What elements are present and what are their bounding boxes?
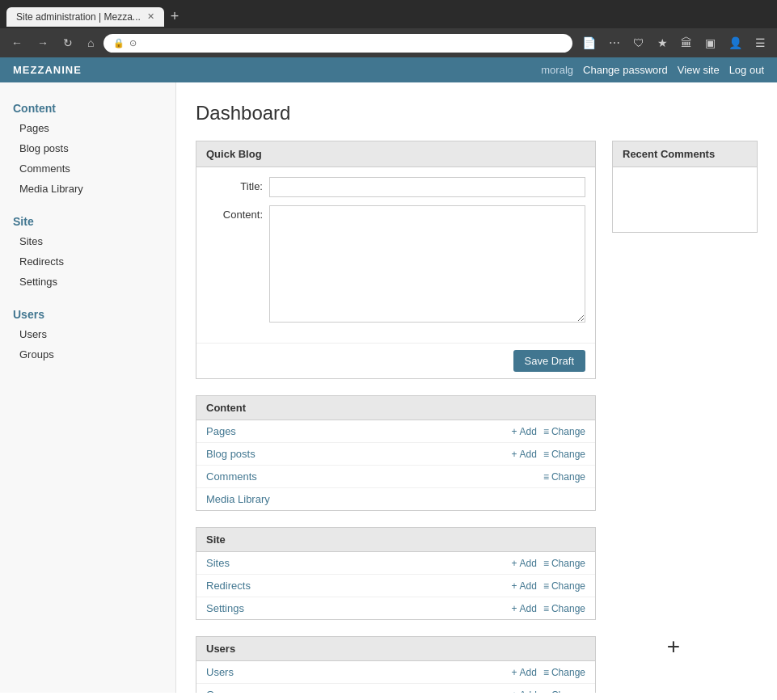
sidebar: Content Pages Blog posts Comments Media … (0, 82, 176, 693)
users-add-link[interactable]: + Add (512, 667, 537, 678)
users-link[interactable]: Users (206, 666, 234, 678)
sites-change-link[interactable]: ≡ Change (543, 558, 585, 569)
groups-link[interactable]: Groups (206, 689, 241, 693)
top-bar-actions: moralg Change password View site Log out (541, 64, 764, 76)
groups-add-link[interactable]: + Add (512, 689, 537, 694)
sidebar-item-groups[interactable]: Groups (0, 344, 175, 365)
list-icon: ≡ (543, 426, 549, 437)
plus-icon: + (512, 558, 517, 569)
sidebar-item-sites[interactable]: Sites (0, 231, 175, 251)
library-button[interactable]: 🏛 (676, 33, 697, 53)
content-section-header: Content (196, 396, 595, 420)
table-row: Blog posts + Add ≡ Change (196, 443, 595, 466)
settings-link[interactable]: Settings (206, 602, 244, 614)
pages-link[interactable]: Pages (206, 425, 236, 437)
refresh-button[interactable]: ↻ (58, 33, 78, 53)
recent-comments-widget: Recent Comments (612, 141, 758, 233)
plus-icon: + (512, 449, 517, 460)
profile-button[interactable]: 👤 (724, 33, 747, 53)
list-icon: ≡ (543, 471, 549, 483)
recent-comments-header: Recent Comments (613, 141, 757, 167)
plus-icon: + (512, 580, 517, 592)
url-lock: ⊙ (129, 38, 137, 48)
sites-link[interactable]: Sites (206, 557, 230, 569)
sidebar-item-blog-posts[interactable]: Blog posts (0, 138, 175, 158)
pages-add-link[interactable]: + Add (512, 426, 537, 437)
back-button[interactable]: ← (6, 33, 27, 53)
reader-view-button[interactable]: 📄 (577, 33, 601, 53)
browser-tab[interactable]: Site administration | Mezza... ✕ (6, 7, 164, 27)
media-library-link[interactable]: Media Library (206, 493, 270, 505)
sidebar-item-pages[interactable]: Pages (0, 118, 175, 138)
users-section-header: Users (196, 637, 595, 661)
dashboard-sidebar: Recent Comments (612, 141, 758, 233)
sidebar-item-users[interactable]: Users (0, 324, 175, 344)
blog-title-input[interactable] (269, 177, 585, 197)
redirects-add-link[interactable]: + Add (512, 580, 537, 592)
groups-change-link[interactable]: ≡ Change (543, 689, 585, 694)
settings-change-link[interactable]: ≡ Change (543, 603, 585, 614)
floating-plus-button[interactable]: + (667, 634, 680, 660)
comments-change-link[interactable]: ≡ Change (543, 471, 585, 483)
table-row: Media Library (196, 488, 595, 510)
settings-add-link[interactable]: + Add (512, 603, 537, 614)
table-row: Users + Add ≡ Change (196, 661, 595, 684)
more-button[interactable]: ⋯ (604, 33, 625, 53)
tab-title: Site administration | Mezza... (16, 11, 141, 23)
plus-icon: + (512, 667, 517, 678)
sidebar-content-title: Content (0, 95, 175, 118)
site-section-header: Site (196, 528, 595, 552)
change-password-link[interactable]: Change password (583, 64, 668, 76)
blog-posts-change-link[interactable]: ≡ Change (543, 449, 585, 460)
title-label: Title: (206, 177, 263, 192)
new-tab-button[interactable]: + (164, 5, 186, 28)
list-icon: ≡ (543, 580, 549, 592)
sidebar-item-comments[interactable]: Comments (0, 158, 175, 179)
log-out-link[interactable]: Log out (729, 64, 764, 76)
top-bar: MEZZANINE moralg Change password View si… (0, 57, 777, 82)
sidebar-item-media-library[interactable]: Media Library (0, 179, 175, 199)
table-row: Sites + Add ≡ Change (196, 552, 595, 575)
content-area: Dashboard Quick Blog Title: (176, 82, 777, 693)
blog-posts-link[interactable]: Blog posts (206, 448, 255, 460)
sites-add-link[interactable]: + Add (512, 558, 537, 569)
sidebar-item-settings[interactable]: Settings (0, 272, 175, 292)
url-input[interactable]: localhost:8000/admin/ (141, 37, 563, 49)
page-title: Dashboard (196, 102, 758, 124)
users-section: Users Users + Add ≡ Change (196, 636, 596, 693)
menu-button[interactable]: ☰ (750, 33, 771, 53)
list-icon: ≡ (543, 449, 549, 460)
table-row: Redirects + Add ≡ Change (196, 575, 595, 597)
save-draft-button[interactable]: Save Draft (513, 350, 585, 372)
table-row: Pages + Add ≡ Change (196, 420, 595, 443)
sidebar-toggle-button[interactable]: ▣ (700, 33, 720, 53)
list-icon: ≡ (543, 689, 549, 694)
sidebar-site-title: Site (0, 209, 175, 231)
view-site-link[interactable]: View site (678, 64, 720, 76)
content-section: Content Pages + Add ≡ Change (196, 395, 596, 511)
brand-label: MEZZANINE (13, 64, 82, 76)
forward-button[interactable]: → (32, 33, 53, 53)
redirects-link[interactable]: Redirects (206, 580, 251, 592)
blog-posts-add-link[interactable]: + Add (512, 449, 537, 460)
users-change-link[interactable]: ≡ Change (543, 667, 585, 678)
site-section: Site Sites + Add ≡ Change (196, 527, 596, 620)
list-icon: ≡ (543, 558, 549, 569)
comments-link[interactable]: Comments (206, 470, 257, 483)
table-row: Settings + Add ≡ Change (196, 597, 595, 619)
quick-blog-widget: Quick Blog Title: Content: (196, 141, 596, 379)
home-button[interactable]: ⌂ (82, 33, 99, 53)
plus-icon: + (512, 603, 517, 614)
sidebar-item-redirects[interactable]: Redirects (0, 251, 175, 272)
shield-button[interactable]: 🛡 (628, 33, 649, 53)
lock-icon: 🔒 (113, 38, 125, 48)
list-icon: ≡ (543, 667, 549, 678)
redirects-change-link[interactable]: ≡ Change (543, 580, 585, 592)
pages-change-link[interactable]: ≡ Change (543, 426, 585, 437)
username-label: moralg (541, 64, 573, 76)
tab-close-button[interactable]: ✕ (147, 11, 154, 22)
content-label: Content: (206, 205, 263, 221)
bookmark-button[interactable]: ★ (652, 33, 673, 53)
plus-icon: + (512, 426, 517, 437)
blog-content-textarea[interactable] (269, 205, 585, 323)
